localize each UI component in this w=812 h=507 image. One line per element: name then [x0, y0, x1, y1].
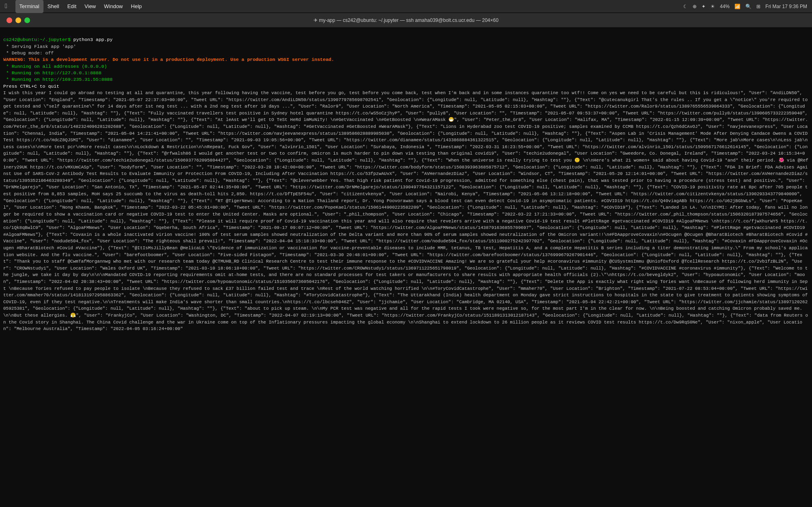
- output-debug: * Debug mode: off: [3, 50, 54, 56]
- moon-icon: ☾: [683, 4, 688, 9]
- window-title: ✈ my-app — cs242@ubuntu: ~/.jupyter — ss…: [314, 17, 498, 23]
- minimize-button[interactable]: [15, 17, 21, 23]
- output-quit-hint: Press CTRL+C to quit: [3, 84, 59, 89]
- command-line: python3 app.py: [71, 37, 113, 42]
- menu-item-view[interactable]: View: [80, 0, 100, 13]
- output-running-all: * Running on all addresses (0.0.0.0): [3, 64, 107, 69]
- control-center-icon[interactable]: ⊞: [756, 4, 760, 9]
- terminal-window: ✈ my-app — cs242@ubuntu: ~/.jupyter — ss…: [0, 13, 812, 507]
- menu-item-edit[interactable]: Edit: [63, 0, 80, 13]
- bluetooth-icon: ✦: [702, 4, 706, 9]
- output-serving: * Serving Flask app 'app': [3, 44, 76, 49]
- terminal-content[interactable]: cs242@ubuntu:~/.jupyter$ python3 app.py …: [0, 28, 812, 507]
- title-bar: ✈ my-app — cs242@ubuntu: ~/.jupyter — ss…: [0, 13, 812, 28]
- brightness-icon: ☀: [710, 4, 715, 9]
- menu-item-terminal[interactable]: Terminal: [15, 0, 43, 13]
- traffic-lights: [6, 17, 30, 23]
- menu-bar:  Terminal Shell Edit View Window Help ☾…: [0, 0, 812, 13]
- battery-status: 44%: [720, 4, 730, 9]
- output-data-block: I wish this year I could go abroad no te…: [3, 91, 810, 331]
- menu-bar-right: ☾ ⊕ ✦ ☀ 44% 📶 🔍 ⊞ Fri Mar 17 9:36 PM: [683, 0, 807, 13]
- search-icon[interactable]: 🔍: [745, 4, 751, 9]
- menu-item-window[interactable]: Window: [100, 0, 127, 13]
- datetime: Fri Mar 17 9:36 PM: [765, 4, 807, 9]
- wifi-icon: ⊕: [693, 4, 697, 9]
- output-running-network: * Running on http://169.235.31.55:8888: [3, 77, 113, 82]
- maximize-button[interactable]: [24, 17, 30, 23]
- wifi-signal-icon: 📶: [734, 4, 741, 9]
- output-running-local: * Running on http://127.0.0.1:8888: [3, 70, 102, 76]
- apple-icon[interactable]: : [5, 3, 9, 10]
- menu-item-help[interactable]: Help: [127, 0, 146, 13]
- menu-item-shell[interactable]: Shell: [43, 0, 63, 13]
- prompt-line: cs242@ubuntu:~/.jupyter$: [3, 37, 71, 42]
- close-button[interactable]: [6, 17, 12, 23]
- output-warning: WARNING: This is a development server. D…: [3, 57, 334, 62]
